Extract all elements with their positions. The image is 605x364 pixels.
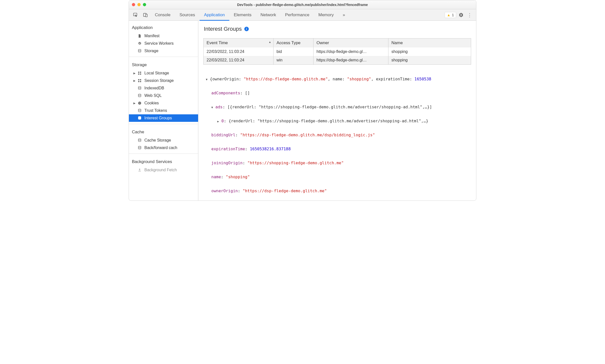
sidebar-item-manifest[interactable]: Manifest (129, 32, 198, 40)
json-value: [] (245, 91, 250, 95)
database-icon (137, 146, 142, 150)
svg-rect-5 (140, 72, 141, 73)
expand-icon[interactable]: ▶ (217, 119, 219, 124)
gear-icon (137, 41, 142, 46)
col-name[interactable]: Name (388, 38, 471, 48)
sidebar-item-label: Web SQL (144, 93, 162, 98)
svg-rect-4 (138, 72, 139, 73)
tab-label: Console (155, 12, 170, 17)
content-heading: Interest Groups (204, 26, 242, 32)
window-controls (132, 3, 146, 6)
tab-network[interactable]: Network (256, 9, 281, 21)
expand-icon[interactable]: ▶ (133, 72, 136, 75)
sidebar-item-label: Back/forward cach (144, 146, 177, 150)
more-menu-button[interactable]: ⋮ (466, 12, 473, 18)
svg-rect-10 (138, 81, 139, 82)
sidebar-item-indexeddb[interactable]: IndexedDB (129, 84, 198, 92)
sidebar-item-interest-groups[interactable]: Interest Groups (129, 114, 198, 122)
sidebar-item-storage[interactable]: Storage (129, 47, 198, 55)
tab-console[interactable]: Console (150, 9, 175, 21)
tab-elements[interactable]: Elements (229, 9, 256, 21)
database-icon (137, 108, 142, 113)
tab-label: Memory (318, 12, 333, 17)
sidebar-item-session-storage[interactable]: ▶ Session Storage (129, 77, 198, 84)
database-icon (137, 86, 142, 90)
settings-button[interactable] (459, 12, 464, 17)
issues-chip[interactable]: ▲ 1 (445, 12, 456, 18)
sidebar-item-cache-storage[interactable]: Cache Storage (129, 137, 198, 144)
sidebar-item-label: Trust Tokens (144, 108, 167, 113)
expand-icon[interactable]: ▶ (133, 79, 136, 82)
collapse-icon[interactable]: ▼ (206, 77, 208, 82)
svg-point-3 (138, 49, 141, 50)
json-value: "https://dsp-fledge-demo.glitch.me" (243, 188, 327, 193)
col-event-time[interactable]: Event Time▲ (204, 38, 274, 48)
tab-label: Performance (285, 12, 309, 17)
object-inspector[interactable]: ▼ {ownerOrigin: "https://dsp-fledge-demo… (198, 66, 476, 200)
tab-application[interactable]: Application (200, 9, 229, 21)
database-icon (137, 116, 142, 120)
svg-point-18 (138, 109, 141, 110)
tab-label: Sources (179, 12, 195, 17)
expand-icon[interactable]: ▶ (133, 102, 136, 105)
svg-rect-11 (140, 81, 141, 82)
svg-point-12 (138, 86, 141, 87)
sidebar-item-label: Session Storage (144, 78, 174, 83)
col-access-type[interactable]: Access Type (274, 38, 313, 48)
sidebar-item-trust-tokens[interactable]: Trust Tokens (129, 107, 198, 114)
close-window-button[interactable] (132, 3, 135, 6)
tab-memory[interactable]: Memory (314, 9, 338, 21)
table-header-row: Event Time▲ Access Type Owner Name (204, 38, 471, 48)
sidebar-item-label: Background Fetch (144, 168, 177, 172)
sidebar-item-label: Interest Groups (144, 116, 172, 120)
sidebar-item-bfcache[interactable]: Back/forward cach (129, 144, 198, 152)
svg-point-13 (138, 94, 141, 95)
warning-icon: ▲ (447, 13, 450, 17)
sidebar-item-background-fetch[interactable]: Background Fetch (129, 166, 198, 174)
sidebar-item-service-workers[interactable]: Service Workers (129, 40, 198, 47)
tab-label: Network (261, 12, 276, 17)
titlebar: DevTools - publisher-fledge-demo.glitch.… (129, 0, 476, 9)
tab-sources[interactable]: Sources (175, 9, 199, 21)
svg-point-14 (138, 102, 141, 105)
cell-owner: https://dsp-fledge-demo.gl… (313, 56, 388, 65)
json-text: {ownerOrigin: (210, 77, 244, 81)
document-icon (137, 34, 142, 38)
window-title: DevTools - publisher-fledge-demo.glitch.… (129, 3, 476, 7)
json-value: [{renderUrl: "https://shopping-fledge-de… (227, 105, 432, 109)
divider (129, 124, 198, 124)
content-heading-row: Interest Groups i (198, 21, 476, 36)
sidebar-item-label: IndexedDB (144, 86, 164, 90)
maximize-window-button[interactable] (143, 3, 146, 6)
info-icon[interactable]: i (244, 27, 249, 31)
cell-type: win (274, 56, 313, 65)
svg-rect-7 (140, 73, 141, 75)
table-row[interactable]: 22/03/2022, 11:03:24 win https://dsp-fle… (204, 56, 471, 65)
tabs-overflow-button[interactable]: » (338, 9, 349, 21)
sidebar-item-websql[interactable]: Web SQL (129, 92, 198, 99)
svg-point-16 (140, 103, 140, 103)
svg-point-15 (139, 102, 139, 103)
json-value: "https://dsp-fledge-demo.glitch.me/dsp/b… (240, 133, 375, 137)
tabstrip: Console Sources Application Elements Net… (129, 9, 476, 21)
collapse-icon[interactable]: ▼ (211, 105, 213, 110)
col-owner[interactable]: Owner (313, 38, 388, 48)
json-key: 0 (221, 119, 224, 123)
minimize-window-button[interactable] (137, 3, 141, 6)
inspect-element-button[interactable] (130, 9, 140, 21)
database-icon (137, 93, 142, 98)
svg-point-21 (138, 146, 141, 147)
grid-icon (137, 78, 142, 83)
tab-performance[interactable]: Performance (281, 9, 314, 21)
sidebar-section-storage: Storage (129, 59, 198, 69)
content-pane: Interest Groups i Event Time▲ Access Typ… (198, 21, 476, 200)
sidebar-item-local-storage[interactable]: ▶ Local Storage (129, 69, 198, 77)
database-icon (137, 49, 142, 53)
device-toolbar-button[interactable] (140, 9, 150, 21)
table-row[interactable]: 22/03/2022, 11:03:24 bid https://dsp-fle… (204, 47, 471, 56)
svg-point-17 (139, 103, 140, 104)
json-key: name (211, 175, 221, 179)
svg-rect-22 (138, 171, 141, 171)
divider (129, 154, 198, 154)
sidebar-item-cookies[interactable]: ▶ Cookies (129, 99, 198, 107)
